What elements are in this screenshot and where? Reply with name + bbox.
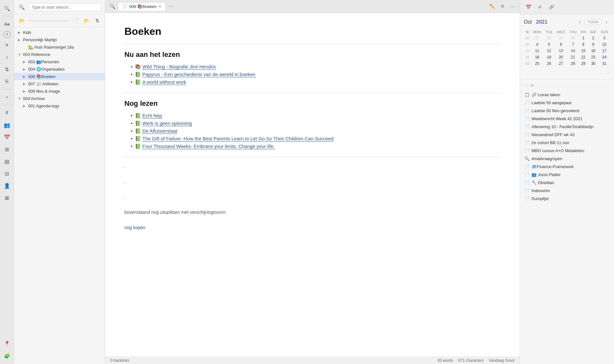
sidebar-item-kids[interactable]: ▶ Kids (14, 29, 105, 36)
tag-icon[interactable]: # (2, 108, 12, 118)
calendar-today[interactable]: 24 (599, 54, 610, 60)
list-item[interactable]: 🔍 #mailvraag/open (523, 155, 611, 163)
sidebar-item-009files[interactable]: ▶ 009 files & image (14, 88, 105, 95)
calendar-header-btn[interactable]: 📅 (524, 3, 533, 12)
calendar-day[interactable]: 31 (599, 60, 610, 67)
calendar-next-btn[interactable]: › (602, 18, 610, 26)
calendar-day[interactable]: 6 (555, 41, 567, 48)
calendar-day[interactable]: 10 (599, 41, 610, 48)
sort-files-btn[interactable]: ⇅ (93, 16, 102, 25)
list-item[interactable]: 📄 2e cohort BB 11 nov (523, 139, 611, 147)
sidebar-item-006boeken[interactable]: ▶ 006 📚Boeken (14, 73, 105, 80)
grid-icon[interactable]: ⊞ (2, 144, 12, 154)
calendar-day[interactable]: 12 (543, 48, 555, 54)
sidebar-item-persoonlijk[interactable]: ▶ Persoonlijk Martijn (14, 36, 105, 43)
calendar-day[interactable]: 26 (543, 60, 555, 67)
calendar-star-btn[interactable]: ☆ (606, 69, 610, 75)
sidebar-item-004org[interactable]: ▶ 004 🌐Organisaties (14, 66, 105, 73)
database-icon[interactable]: ⊠ (2, 193, 12, 203)
link-header-btn[interactable]: 🔗 (547, 3, 556, 12)
book-link[interactable]: Four Thousand Weeks- Embrace your limits… (142, 143, 275, 149)
calendar-day[interactable]: 25 (531, 60, 544, 67)
calendar-day[interactable]: 28 (543, 35, 555, 41)
calendar-day[interactable]: 19 (543, 54, 555, 60)
table-icon[interactable]: ⊟ (2, 168, 12, 179)
list-item[interactable]: 📄 Laatste 50 files gecreëerd (523, 107, 611, 115)
list-item[interactable]: 📋 🔗 Losse taken (523, 91, 611, 99)
sidebar-item-004archive[interactable]: ▼ 004 Archive (14, 95, 105, 102)
calendar-day[interactable]: 23 (588, 54, 599, 60)
calendar-day[interactable]: 28 (567, 60, 579, 67)
calendar-day[interactable]: 7 (567, 41, 579, 48)
rp-lines-btn[interactable]: ≡ (531, 83, 533, 88)
list-item[interactable]: 📄 Indexeren (523, 187, 611, 195)
edit-btn[interactable]: ✏️ (488, 2, 497, 11)
close-tab-btn[interactable]: ✕ (498, 2, 507, 11)
font-icon[interactable]: Aa (2, 19, 12, 29)
calendar-day[interactable]: 18 (531, 54, 544, 60)
tag-header-btn[interactable]: # (535, 3, 544, 12)
more-options-btn[interactable]: ⋯ (508, 2, 517, 11)
calendar-day[interactable]: 29 (555, 35, 567, 41)
calendar-day[interactable]: 11 (531, 48, 544, 54)
new-folder-btn[interactable]: 📁 (82, 16, 91, 25)
calendar-day[interactable]: 3 (599, 35, 610, 41)
search-input[interactable] (28, 3, 102, 11)
calendar-day[interactable]: 20 (555, 54, 567, 60)
sidebar-item-huis[interactable]: 🏡 Huis Raamsingel 18a (14, 43, 105, 51)
calendar-day[interactable]: 16 (588, 48, 599, 54)
indent-icon[interactable]: ↕ (2, 52, 12, 62)
list-item[interactable]: 📄 Weekbericht Week 42 2021 (523, 115, 611, 123)
calendar-day[interactable]: 14 (567, 48, 579, 54)
list-item[interactable]: 📄 Dumplijst (523, 195, 611, 203)
calendar-day[interactable]: 2 (588, 35, 599, 41)
location-icon[interactable]: 📍 (2, 338, 12, 349)
sidebar-item-003ref[interactable]: ▼ 003 Reference (14, 51, 105, 58)
calendar-today-btn[interactable]: TODAY (585, 19, 601, 25)
collapse-left-icon[interactable]: « (2, 92, 12, 102)
sidebar-search-btn[interactable]: 🔍 (17, 3, 26, 12)
calendar-day[interactable]: 30 (567, 35, 579, 41)
calendar-day[interactable]: 27 (531, 35, 544, 41)
list-icon[interactable]: ≡ (2, 40, 12, 50)
list-item[interactable]: 📄 Laatste 50 aangepast (523, 99, 611, 107)
list-item[interactable]: 📄 MBO cursus A+O Metalektro (523, 147, 611, 155)
puzzle-icon[interactable]: 🧩 (2, 351, 12, 361)
active-tab[interactable]: 📄 006 📚Boeken ✕ (118, 2, 166, 11)
calendar-day[interactable]: 1 (579, 35, 588, 41)
people-icon[interactable]: 👥 (2, 120, 12, 130)
list-item[interactable]: 📄 🔧 Obsidian (523, 179, 611, 187)
calendar-day[interactable]: 30 (588, 60, 599, 67)
tab-search-btn[interactable]: 🔍 (108, 2, 117, 11)
sort-icon[interactable]: ⇅ (2, 64, 12, 74)
calendar-day[interactable]: 21 (567, 54, 579, 60)
calendar-day[interactable]: 8 (579, 41, 588, 48)
book-link[interactable]: De Afluisterstaat (142, 128, 177, 134)
tab-more-btn[interactable]: ⋯ (168, 3, 173, 9)
new-file-btn[interactable]: 📄 (71, 16, 80, 25)
list2-icon[interactable]: ▤ (2, 156, 12, 167)
book-link[interactable]: Papyrus - Een geschiedenis van de wereld… (142, 72, 256, 77)
tab-close-btn[interactable]: ✕ (158, 4, 161, 9)
calendar-day[interactable]: 27 (555, 60, 567, 67)
book-link[interactable]: A world without work (142, 79, 186, 85)
list-item[interactable]: 📄 🗺️Finance-Framework (523, 163, 611, 171)
help-icon[interactable]: ? (4, 31, 11, 38)
calendar-day[interactable]: 22 (579, 54, 588, 60)
calendar-day[interactable]: 5 (543, 41, 555, 48)
folder-btn[interactable]: 📁 (17, 16, 26, 25)
sidebar-item-007artikelen[interactable]: ▶ 007 📰 Artikelen (14, 80, 105, 88)
list-item[interactable]: 📄 Aflevering 10 - FeuilleTon&Martijn (523, 123, 611, 131)
calendar-sidebar-icon[interactable]: 📅 (2, 132, 12, 142)
book-link[interactable]: The Gift of Failure -How the Best Parent… (142, 136, 334, 142)
book-link[interactable]: Wild Thing - Biografie Jimi Hendrix (142, 64, 216, 70)
rp-star-btn[interactable]: ☆ (524, 82, 528, 88)
list-item[interactable]: 📄 👥 Joost Plattel (523, 171, 611, 179)
calendar-day[interactable]: 9 (588, 41, 599, 48)
sidebar-item-001agenda[interactable]: ▶ 001 Agenda-logs (14, 102, 105, 110)
calendar-day[interactable]: 29 (579, 60, 588, 67)
search-icon[interactable]: 🔍 (2, 3, 12, 13)
calendar-day[interactable]: 4 (531, 41, 544, 48)
copy-icon[interactable]: ⎘ (2, 76, 12, 87)
list-item[interactable]: 📄 Nieuwsbrief DFF wk 43 (523, 131, 611, 139)
